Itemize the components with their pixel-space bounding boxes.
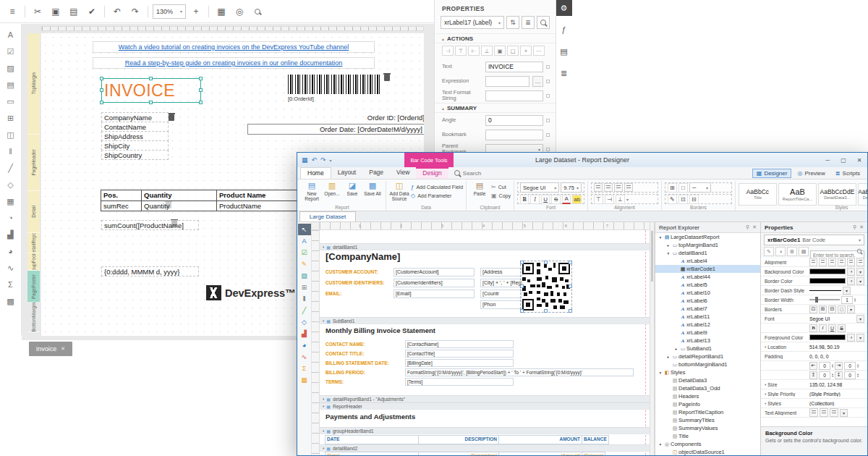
font-family-select[interactable]: Segoe UI▾ [520,182,559,193]
border-box-icon[interactable]: ⊡ [678,195,688,204]
panel-tool-icon[interactable]: ▭ [4,94,18,109]
band-header-detailBand1[interactable]: ▾▦ detailBand1 [320,243,650,250]
redo-icon[interactable]: ↷ [320,156,326,164]
picture-tool-icon[interactable]: ▨ [4,61,18,75]
grid-options-icon[interactable]: ▦ [213,4,229,20]
data-cell[interactable]: [Date] [325,452,419,455]
shape-tool-icon[interactable]: ◇ [4,177,18,192]
tree-item[interactable]: AxrLabel9 [655,329,760,337]
align-right-icon[interactable] [828,258,836,266]
resize-handle[interactable] [100,88,103,92]
maximize-button[interactable]: ▢ [835,153,851,167]
dash-style-preview[interactable] [809,290,841,291]
tree-item[interactable]: ▧ReportTitleCaption [655,408,760,416]
payments-title-label[interactable]: Payments and Adjustments [326,413,415,421]
align-left-icon[interactable] [809,408,818,417]
strikethrough-button[interactable]: S [838,324,846,332]
tree-item[interactable]: AxrLabel5 [655,281,760,289]
sum-count-label[interactable]: sumCount([ProductName] [101,220,199,230]
sparkline-tool-icon[interactable]: ∿ [298,351,311,363]
action-icon[interactable]: ⊣ [442,46,454,56]
property-marker[interactable] [546,119,550,122]
rich-text-tool-icon[interactable]: ▤ [4,77,18,92]
padding-bottom-input[interactable]: 0 [844,371,856,379]
search-icon[interactable] [537,16,550,29]
band-selector[interactable]: TopMargin [27,33,40,135]
align-center-icon[interactable] [819,258,827,266]
picture-tool-icon[interactable]: ▨ [298,270,311,282]
checkbox-tool-icon[interactable]: ☑ [4,44,18,59]
highlight-color-button[interactable]: ab [572,195,582,204]
scrollbar-thumb[interactable] [651,231,653,282]
ribbon-tab[interactable]: Home [300,167,331,179]
chevron-down-icon[interactable]: ▾ [330,158,332,163]
tree-item[interactable]: ▾▤LargeDatasetReport [655,233,760,241]
foreground-color-swatch[interactable] [809,334,846,340]
cut-button[interactable]: ✂Cut [491,184,511,190]
tree-item[interactable]: AxrLabel6 [655,297,760,305]
expression-editor-button[interactable]: … [532,76,543,87]
barcode-qr-control[interactable] [522,263,570,311]
action-icon[interactable]: ⊢ [468,46,480,56]
font-color-button[interactable]: A [562,195,571,204]
pointer-tool-icon[interactable]: ↖ [298,224,311,235]
color-picker-icon[interactable]: ◑ [847,277,855,285]
label-tool-icon[interactable]: A [298,235,311,247]
open-button[interactable]: ▥Open... [322,182,342,202]
tree-item[interactable]: ▧DetailData3_Odd [655,384,760,392]
undo-icon[interactable]: ↶ [109,4,125,20]
resize-handle[interactable] [199,77,203,80]
data-cell[interactable]: sumRec [101,200,142,211]
resize-handle[interactable] [520,261,524,264]
cross-tab-tool-icon[interactable]: ▦ [298,374,311,386]
color-picker-icon[interactable]: ◑ [847,268,855,276]
property-marker[interactable] [546,133,550,137]
tree-item[interactable]: ▸▭SubBand1 [655,345,760,352]
padding-top-input[interactable]: 0 [819,371,830,379]
band-header-detailBand2[interactable]: ▾▦ detailBand2 [320,444,650,452]
selected-control-select[interactable]: xrBarCode1 Bar Code ▾ [764,235,864,245]
redo-icon[interactable]: ↷ [127,4,143,20]
chevron-down-icon[interactable]: ▾ [843,287,851,295]
paste-icon[interactable]: ▤ [66,4,82,20]
invoice-title-label[interactable]: INVOICE [101,78,201,103]
italic-button[interactable]: I [530,195,540,204]
date-format-label[interactable]: {0:dddd, MMMM d, yyyy} [101,266,199,276]
size-value[interactable]: 135.02, 124.98 [809,382,864,387]
company-name-label[interactable]: [CompanyName] [326,251,400,262]
tree-item[interactable]: AxrLabel11 [655,313,760,321]
pivot-grid-tool-icon[interactable]: ▦ [4,194,18,208]
bold-button[interactable]: B [809,324,817,332]
color-picker-icon[interactable]: ◑ [847,334,855,342]
band-header-SubBand1[interactable]: ▾▦ SubBand1 [320,317,650,324]
ribbon-tab[interactable]: View [390,167,416,179]
info-row[interactable]: EMAIL:[Email] [326,290,475,298]
property-marker[interactable] [546,148,550,151]
contact-row[interactable]: TERMS:[Terms] [326,378,634,386]
paste-button[interactable]: ▤ Paste [469,182,490,197]
tutorial-link[interactable]: Read a step-by-step guide on creating in… [93,57,375,69]
tree-item[interactable]: ▧DetailData3 [655,376,760,384]
line-tool-icon[interactable]: ╱ [4,161,18,175]
delete-icon[interactable] [169,114,174,121]
chevron-down-icon[interactable]: ▾ [847,305,855,313]
align-center-icon[interactable] [820,408,828,417]
style-card[interactable]: AaBbCcTitle [739,183,777,206]
resize-handle[interactable] [569,284,572,288]
action-icon[interactable]: ⋯ [533,46,545,56]
close-icon[interactable]: ✕ [859,224,864,230]
chevron-down-icon[interactable]: ▾ [856,277,864,285]
tree-item[interactable]: ▾◧Styles [655,368,760,376]
data-cell[interactable]: [Amount] [498,452,582,455]
copy-icon[interactable]: ▣ [48,4,64,20]
list-view-icon[interactable]: ≣ [522,16,535,29]
vertical-scrollbar[interactable] [650,222,655,455]
style-card[interactable]: AaBbCcDdEDetailData3... [818,183,856,206]
underline-button[interactable]: U [828,324,836,332]
align-left-icon[interactable] [809,258,817,266]
close-icon[interactable]: ✕ [61,346,65,352]
tree-item[interactable]: AxrLabel7 [655,305,760,313]
gauge-tool-icon[interactable]: ◔ [4,211,18,225]
action-icon[interactable]: ⊥ [481,46,493,56]
property-marker[interactable] [546,94,550,98]
